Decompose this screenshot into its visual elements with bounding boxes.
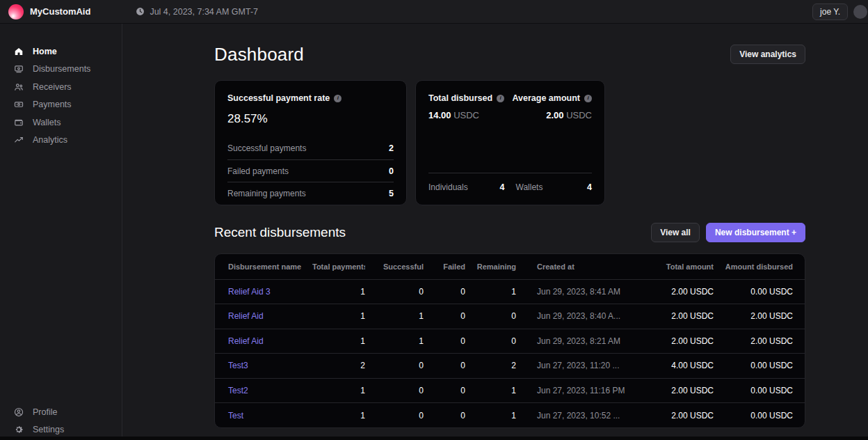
table-row: Test21001Jun 27, 2023, 11:16 PM2.00 USDC… <box>215 378 805 403</box>
recent-disbursements-title: Recent disbursements <box>214 225 346 240</box>
table-cell: 2.00 USDC <box>660 329 714 354</box>
disbursement-link[interactable]: Relief Aid <box>228 336 264 346</box>
table-cell: Jun 29, 2023, 8:41 AM <box>516 279 660 304</box>
wallets-icon <box>14 118 24 127</box>
table-cell: 2.00 USDC <box>660 279 714 304</box>
table-row: Relief Aid 31001Jun 29, 2023, 8:41 AM2.0… <box>215 279 805 304</box>
sidebar-item-analytics[interactable]: Analytics <box>0 132 122 150</box>
average-amount: 2.00 <box>546 110 563 120</box>
sidebar-item-receivers[interactable]: Receivers <box>0 78 122 96</box>
table-cell: 0 <box>365 378 424 403</box>
info-icon[interactable]: i <box>584 95 592 102</box>
main-content: Dashboard View analytics Successful paym… <box>122 24 868 440</box>
table-header-row: Disbursement nameTotal paymentsSuccessfu… <box>215 254 805 279</box>
avatar[interactable] <box>853 5 867 19</box>
pair-value: 4 <box>587 182 592 192</box>
disbursement-link[interactable]: Test <box>228 411 243 421</box>
payment-rate-card: Successful payment rate i 28.57% Success… <box>214 80 407 205</box>
table-cell: 1 <box>465 279 516 304</box>
card-title: Average amount <box>513 93 580 103</box>
table-cell: 0 <box>424 378 465 403</box>
sidebar-item-payments[interactable]: Payments <box>0 96 122 114</box>
sidebar-item-profile[interactable]: Profile <box>0 403 122 421</box>
table-row: Relief Aid1100Jun 29, 2023, 8:21 AM2.00 … <box>215 329 805 354</box>
column-header: Successful <box>365 254 424 279</box>
column-header: Created at <box>516 254 660 279</box>
user-menu-button[interactable]: joe Y. <box>812 3 848 20</box>
disbursements-table-body: Relief Aid 31001Jun 29, 2023, 8:41 AM2.0… <box>215 279 805 427</box>
table-cell: 4.00 USDC <box>660 354 714 379</box>
table-cell: 2.00 USDC <box>660 304 714 329</box>
wallets-stat: Wallets 4 <box>516 182 593 192</box>
disbursements-icon <box>14 64 24 74</box>
table-cell: 1 <box>312 329 365 354</box>
info-icon[interactable]: i <box>334 95 341 102</box>
table-row: Test32002Jun 27, 2023, 11:20 ...4.00 USD… <box>215 354 805 379</box>
disbursement-name-cell: Relief Aid 3 <box>215 279 312 304</box>
table-cell: 1 <box>312 378 365 403</box>
sidebar-item-disbursements[interactable]: Disbursements <box>0 61 122 79</box>
individuals-stat: Individuals 4 <box>428 182 505 192</box>
disbursement-name-cell: Relief Aid <box>215 329 312 354</box>
receivers-icon <box>14 82 24 92</box>
table-cell: 0 <box>365 354 424 379</box>
table-cell: 0 <box>365 403 424 428</box>
gear-icon <box>14 425 24 434</box>
clock-icon <box>135 7 145 17</box>
table-cell: 0 <box>424 403 465 428</box>
total-disbursed-card: Total disbursed i 14.00 USDC Average amo… <box>415 80 605 205</box>
table-row: Test1001Jun 27, 2023, 10:52 ...2.00 USDC… <box>215 403 805 428</box>
profile-icon <box>14 407 24 417</box>
table-cell: Jun 27, 2023, 11:20 ... <box>516 354 660 379</box>
stat-row-failed: Failed payments 0 <box>227 159 394 182</box>
analytics-icon <box>14 135 24 145</box>
table-cell: 1 <box>365 304 424 329</box>
sidebar-item-label: Analytics <box>33 135 67 145</box>
table-cell: 0 <box>424 354 465 379</box>
datetime-text: Jul 4, 2023, 7:34 AM GMT-7 <box>150 7 258 17</box>
brand-name: MyCustomAid <box>30 6 90 17</box>
stat-label: Successful payments <box>227 143 306 153</box>
disbursement-link[interactable]: Relief Aid 3 <box>228 287 271 297</box>
sidebar-item-label: Settings <box>33 425 64 434</box>
table-cell: 0 <box>424 329 465 354</box>
page-title: Dashboard <box>214 44 304 65</box>
table-cell: 0.00 USDC <box>714 378 805 403</box>
table-cell: 1 <box>365 329 424 354</box>
new-disbursement-button[interactable]: New disbursement + <box>706 223 805 242</box>
table-cell: Jun 29, 2023, 8:21 AM <box>516 329 660 354</box>
table-row: Relief Aid1100Jun 29, 2023, 8:40 A...2.0… <box>215 304 805 329</box>
stat-label: Failed payments <box>227 166 289 176</box>
disbursements-table: Disbursement nameTotal paymentsSuccessfu… <box>214 253 805 428</box>
disbursement-link[interactable]: Relief Aid <box>228 311 264 321</box>
disbursement-name-cell: Test <box>215 403 312 428</box>
stat-value: 5 <box>389 189 394 198</box>
view-all-button[interactable]: View all <box>651 223 700 242</box>
table-cell: 0 <box>365 279 424 304</box>
disbursement-name-cell: Test3 <box>215 354 312 379</box>
table-cell: 2.00 USDC <box>714 304 805 329</box>
sidebar-item-label: Home <box>33 47 57 56</box>
disbursement-link[interactable]: Test3 <box>228 361 248 370</box>
column-header: Total payments <box>312 254 365 279</box>
view-analytics-button[interactable]: View analytics <box>730 45 805 64</box>
table-cell: Jun 29, 2023, 8:40 A... <box>516 304 660 329</box>
column-header: Amount disbursed <box>714 254 805 279</box>
column-header: Failed <box>424 254 465 279</box>
table-cell: 1 <box>312 403 365 428</box>
currency-label: USDC <box>566 110 592 120</box>
table-cell: 2.00 USDC <box>660 378 714 403</box>
table-cell: 0.00 USDC <box>714 279 805 304</box>
payment-rate-value: 28.57% <box>227 112 394 126</box>
table-cell: 0 <box>465 329 516 354</box>
stat-value: 2 <box>389 143 394 153</box>
app-logo <box>8 4 24 19</box>
disbursement-link[interactable]: Test2 <box>228 386 248 395</box>
column-header: Remaining <box>465 254 516 279</box>
column-header: Total amount <box>660 254 714 279</box>
currency-label: USDC <box>453 110 479 120</box>
info-icon[interactable]: i <box>497 95 504 102</box>
stat-row-successful: Successful payments 2 <box>227 137 394 159</box>
sidebar-item-wallets[interactable]: Wallets <box>0 113 122 132</box>
sidebar-item-home[interactable]: Home <box>0 42 122 61</box>
